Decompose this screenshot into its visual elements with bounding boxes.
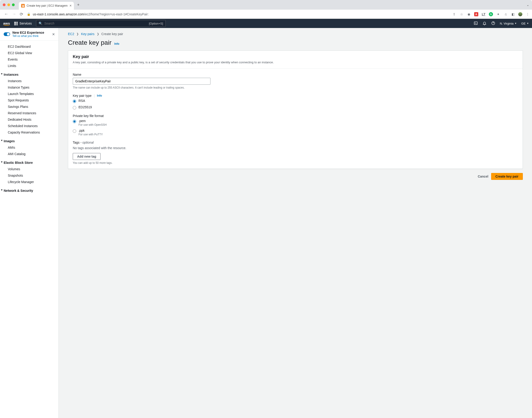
sidebar-item[interactable]: Snapshots (0, 172, 59, 179)
key-format-option[interactable]: .ppkFor use with PuTTY (73, 129, 518, 136)
sidebar-item[interactable]: Dedicated Hosts (0, 116, 59, 123)
info-link[interactable]: Info (97, 94, 102, 97)
menu-icon[interactable]: ⋮ (526, 12, 530, 16)
radio-hint: For use with OpenSSH (79, 123, 107, 127)
sidebar-item[interactable]: Savings Plans (0, 104, 59, 110)
sidebar-item[interactable]: Instances (0, 78, 59, 84)
media-icon[interactable]: ♫ (504, 12, 508, 16)
radio-label: RSA (79, 99, 85, 103)
region-selector[interactable]: N. Virginia ▼ (500, 22, 517, 25)
key-pair-panel: Key pair A key pair, consisting of a pri… (68, 50, 523, 169)
cancel-button[interactable]: Cancel (478, 174, 488, 178)
breadcrumb-ec2[interactable]: EC2 (68, 32, 74, 36)
sidebar-banner: New EC2 Experience Tell us what you thin… (0, 28, 59, 41)
profile-avatar-icon[interactable] (518, 12, 522, 16)
sidebar-item[interactable]: Spot Requests (0, 97, 59, 104)
close-window-icon[interactable] (3, 3, 5, 6)
type-label: Key pair type (73, 94, 92, 97)
reload-button[interactable]: ⟳ (18, 11, 25, 18)
sidebar-item[interactable]: Events (0, 56, 59, 63)
sidebar-item[interactable]: Scheduled Instances (0, 123, 59, 129)
extension-icon[interactable]: G (489, 12, 493, 16)
search-shortcut: [Option+S] (149, 22, 163, 25)
page-title: Create key pair Info (68, 39, 523, 46)
chevron-down-icon: ▼ (515, 22, 517, 24)
footer-actions: Cancel Create key pair (68, 173, 523, 180)
services-menu-button[interactable]: Services (14, 22, 32, 25)
aws-logo[interactable]: aws (3, 21, 10, 25)
key-format-option[interactable]: .pemFor use with OpenSSH (73, 119, 518, 127)
sidebar-section-header[interactable]: Elastic Block Store (0, 160, 59, 166)
sidebar: New EC2 Experience Tell us what you thin… (0, 28, 59, 418)
new-tab-button[interactable]: + (77, 2, 80, 7)
cloudshell-icon[interactable] (474, 21, 478, 26)
sidebar-item[interactable]: Reserved Instances (0, 110, 59, 116)
banner-feedback-link[interactable]: Tell us what you think (12, 35, 44, 38)
add-tag-button[interactable]: Add new tag (73, 153, 101, 160)
keypair-type-option[interactable]: ED25519 (73, 105, 518, 109)
panel-icon[interactable]: ◧ (511, 12, 515, 16)
info-link[interactable]: Info (114, 42, 119, 46)
svg-rect-0 (474, 22, 477, 24)
extension-icons: ⇪ ☆ ◉ A LT G ✦ ♫ ◧ ⋮ (452, 12, 530, 16)
extension-icon[interactable]: A (474, 12, 478, 16)
radio-input[interactable] (73, 100, 76, 103)
sidebar-item[interactable]: EC2 Global View (0, 50, 59, 56)
sidebar-item[interactable]: AMIs (0, 144, 59, 151)
new-experience-toggle[interactable] (4, 32, 10, 36)
sidebar-section-header[interactable]: Network & Security (0, 187, 59, 194)
extension-icon[interactable]: LT (482, 12, 486, 16)
name-label: Name (73, 73, 518, 76)
notifications-icon[interactable] (483, 21, 486, 26)
share-icon[interactable]: ⇪ (452, 12, 456, 16)
extensions-menu-icon[interactable]: ✦ (496, 12, 500, 16)
maximize-window-icon[interactable] (12, 3, 15, 6)
bookmark-icon[interactable]: ☆ (460, 12, 464, 16)
aws-search[interactable]: 🔍 [Option+S] (36, 20, 166, 27)
sidebar-item[interactable]: Capacity Reservations (0, 129, 59, 136)
tab-strip: ▣ Create key pair | EC2 Managem × + ⌄ (0, 0, 532, 10)
tab-close-icon[interactable]: × (70, 4, 71, 8)
forward-button[interactable]: → (10, 11, 18, 17)
keypair-type-option[interactable]: RSA (73, 99, 518, 103)
radio-input[interactable] (73, 129, 76, 133)
keypair-name-input[interactable] (73, 78, 211, 85)
help-icon[interactable] (491, 21, 495, 26)
favicon-icon: ▣ (21, 4, 25, 8)
radio-label: ED25519 (79, 105, 92, 109)
close-icon[interactable]: × (52, 32, 55, 37)
sidebar-section-header[interactable]: Images (0, 138, 59, 144)
sidebar-section-header[interactable]: Instances (0, 71, 59, 78)
sidebar-item[interactable]: Volumes (0, 166, 59, 172)
account-menu[interactable]: GE ▼ (521, 22, 529, 25)
create-keypair-button[interactable]: Create key pair (491, 173, 523, 180)
back-button[interactable]: ← (2, 11, 10, 17)
radio-input[interactable] (73, 120, 76, 123)
browser-tab[interactable]: ▣ Create key pair | EC2 Managem × (19, 2, 74, 10)
sidebar-item[interactable]: EC2 Dashboard (0, 43, 59, 50)
breadcrumb-keypairs[interactable]: Key pairs (81, 32, 94, 36)
tab-list-icon[interactable]: ⌄ (527, 3, 529, 7)
sidebar-item[interactable]: Limits (0, 63, 59, 69)
sidebar-item[interactable]: Launch Templates (0, 91, 59, 97)
main-content: EC2 ❯ Key pairs ❯ Create key pair Create… (59, 28, 532, 418)
search-icon: 🔍 (38, 22, 42, 25)
tags-hint: You can add up to 50 more tags. (73, 161, 518, 164)
user-label: GE (521, 22, 526, 25)
radio-hint: For use with PuTTY (79, 133, 103, 136)
url-field[interactable]: 🔒 us-east-1.console.aws.amazon.com/ec2/h… (27, 12, 448, 16)
aws-search-input[interactable] (44, 22, 149, 25)
chevron-right-icon: ❯ (76, 32, 79, 35)
extension-icon[interactable]: ◉ (467, 12, 471, 16)
tab-title: Create key pair | EC2 Managem (27, 4, 68, 7)
radio-label: .ppk (79, 129, 103, 132)
sidebar-item[interactable]: Lifecycle Manager (0, 179, 59, 185)
banner-title: New EC2 Experience (12, 31, 44, 35)
minimize-window-icon[interactable] (7, 3, 10, 6)
name-hint: The name can include up to 255 ASCII cha… (73, 86, 518, 89)
region-label: N. Virginia (500, 22, 514, 25)
sidebar-item[interactable]: Instance Types (0, 84, 59, 91)
sidebar-item[interactable]: AMI Catalog (0, 151, 59, 157)
window-controls (3, 3, 15, 6)
radio-input[interactable] (73, 106, 76, 109)
